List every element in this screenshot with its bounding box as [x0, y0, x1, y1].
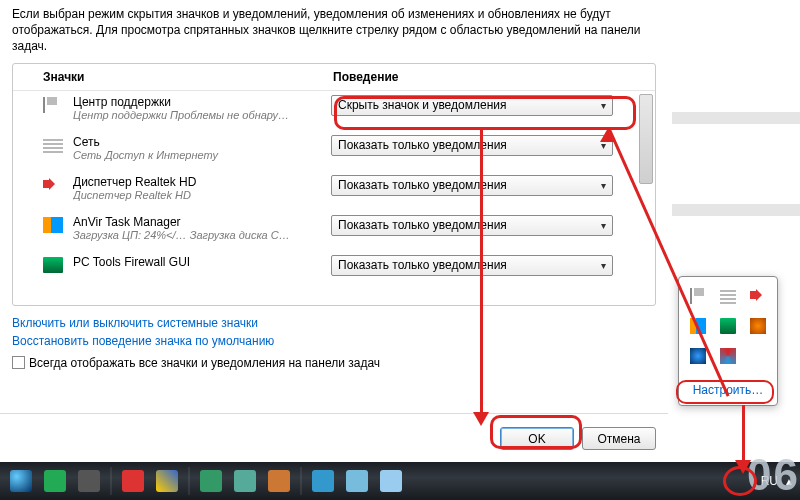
tray-icon[interactable] [690, 348, 706, 364]
taskbar-app[interactable] [380, 470, 402, 492]
network-icon [43, 137, 63, 153]
scrollbar-thumb[interactable] [639, 94, 653, 184]
behavior-dropdown[interactable]: Показать только уведомления [331, 135, 613, 156]
taskbar-separator [110, 467, 112, 495]
tray-action-center-icon[interactable] [690, 288, 706, 304]
behavior-dropdown[interactable]: Скрыть значок и уведомления [331, 95, 613, 116]
list-item: Диспетчер Realtek HD Диспетчер Realtek H… [13, 171, 655, 211]
annotation-arrow [742, 405, 745, 465]
taskbar-icon[interactable] [200, 470, 222, 492]
decoration-band [672, 204, 800, 216]
tray-anvir-icon[interactable] [690, 318, 706, 334]
tray-network-icon[interactable] [720, 288, 736, 304]
list-item: Сеть Сеть Доступ к Интернету Показать то… [13, 131, 655, 171]
tray-overflow-arrow[interactable]: ▲ [782, 474, 796, 488]
item-name: Сеть [73, 135, 321, 149]
item-name: AnVir Task Manager [73, 215, 321, 229]
dropdown-value: Показать только уведомления [338, 218, 507, 232]
cancel-button[interactable]: Отмена [582, 427, 656, 450]
taskbar-icon[interactable] [268, 470, 290, 492]
item-sub: Сеть Доступ к Интернету [73, 149, 321, 161]
taskbar-app[interactable] [312, 470, 334, 492]
notification-icons-dialog: Если выбран режим скрытия значков и увед… [0, 0, 668, 462]
taskbar-icon[interactable] [78, 470, 100, 492]
volume-icon [43, 177, 63, 193]
dropdown-value: Показать только уведомления [338, 258, 507, 272]
dropdown-value: Показать только уведомления [338, 138, 507, 152]
decoration-band [672, 112, 800, 124]
tray-firewall-icon[interactable] [720, 318, 736, 334]
taskbar-icon[interactable] [156, 470, 178, 492]
dropdown-value: Показать только уведомления [338, 178, 507, 192]
tray-volume-icon[interactable] [750, 288, 766, 304]
tray-overflow-popup: Настроить… [678, 276, 778, 406]
list-item: Центр поддержки Центр поддержки Проблемы… [13, 91, 655, 131]
intro-text: Если выбран режим скрытия значков и увед… [0, 0, 668, 59]
cancel-label: Отмена [597, 432, 640, 446]
ok-button[interactable]: OK [500, 427, 574, 450]
restore-default-link[interactable]: Восстановить поведение значка по умолчан… [12, 334, 274, 348]
toggle-system-icons-link[interactable]: Включить или выключить системные значки [12, 316, 258, 330]
always-show-label: Всегда отображать все значки и уведомлен… [29, 356, 380, 370]
anvir-icon [43, 217, 63, 233]
tray-icon[interactable] [720, 348, 736, 364]
taskbar-icon[interactable] [122, 470, 144, 492]
column-headers: Значки Поведение [13, 64, 655, 91]
item-sub: Центр поддержки Проблемы не обнару… [73, 109, 321, 121]
divider [0, 413, 668, 414]
taskbar-icon[interactable] [10, 470, 32, 492]
action-center-icon [43, 97, 63, 113]
list-item: AnVir Task Manager Загрузка ЦП: 24%</… З… [13, 211, 655, 251]
tray-icon[interactable] [750, 318, 766, 334]
behavior-dropdown[interactable]: Показать только уведомления [331, 255, 613, 276]
column-behavior: Поведение [333, 70, 655, 84]
taskbar-icon[interactable] [44, 470, 66, 492]
taskbar: RU ▲ [0, 462, 800, 500]
taskbar-app[interactable] [346, 470, 368, 492]
item-name: Центр поддержки [73, 95, 321, 109]
customize-link[interactable]: Настроить… [685, 381, 771, 399]
taskbar-icon[interactable] [234, 470, 256, 492]
item-name: Диспетчер Realtek HD [73, 175, 321, 189]
taskbar-separator [188, 467, 190, 495]
always-show-checkbox[interactable] [12, 356, 25, 369]
firewall-icon [43, 257, 63, 273]
language-indicator[interactable]: RU [761, 474, 778, 488]
icons-list: Значки Поведение Центр поддержки Центр п… [12, 63, 656, 306]
taskbar-separator [300, 467, 302, 495]
dropdown-value: Скрыть значок и уведомления [338, 98, 506, 112]
behavior-dropdown[interactable]: Показать только уведомления [331, 215, 613, 236]
item-sub: Диспетчер Realtek HD [73, 189, 321, 201]
ok-label: OK [528, 432, 545, 446]
column-icons: Значки [43, 70, 333, 84]
behavior-dropdown[interactable]: Показать только уведомления [331, 175, 613, 196]
item-sub: Загрузка ЦП: 24%</… Загрузка диска С… [73, 229, 321, 241]
list-item: PC Tools Firewall GUI Показать только ув… [13, 251, 655, 291]
item-name: PC Tools Firewall GUI [73, 255, 321, 269]
